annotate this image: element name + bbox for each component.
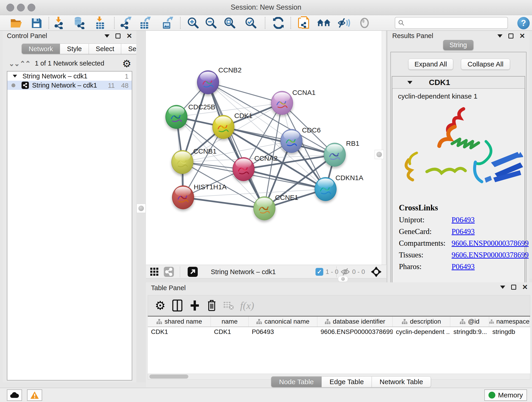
node-CDC25B[interactable] (165, 105, 187, 129)
tab-edge-table[interactable]: Edge Table (322, 376, 372, 387)
string-panel-button[interactable] (164, 267, 174, 277)
zoom-selected-button[interactable] (244, 16, 258, 30)
protein-structure-image (395, 105, 523, 201)
tab-select[interactable]: Select (89, 44, 121, 54)
float-panel-icon[interactable] (115, 33, 120, 38)
fit-content-button[interactable] (371, 267, 381, 277)
search-input[interactable] (405, 19, 503, 27)
delete-table-button[interactable] (223, 299, 234, 313)
close-panel-icon[interactable]: ✕ (127, 33, 132, 38)
search-icon (398, 19, 405, 26)
first-neighbors-button[interactable] (317, 16, 331, 30)
close-panel-icon[interactable]: ✕ (522, 285, 528, 290)
column-type-icon (156, 319, 162, 324)
edge-HIST1H1A-CCNE1[interactable] (183, 197, 264, 208)
column-header--id[interactable]: @id (450, 317, 489, 327)
network-canvas[interactable]: CCNB2CCNA1CDC25BCDK1CDC6RB1CCNB1CCNA2CDK… (146, 31, 382, 265)
gene-section-header[interactable]: CDK1 (392, 77, 525, 89)
tab-style[interactable]: Style (60, 44, 89, 54)
zoom-in-button[interactable] (186, 16, 200, 30)
export-image-button[interactable] (160, 16, 175, 30)
hide-selected-button[interactable] (337, 16, 351, 30)
save-session-button[interactable] (29, 16, 44, 30)
column-header-database-identifier[interactable]: database identifier (317, 317, 393, 327)
network-scrollbar[interactable] (382, 31, 386, 265)
help-button[interactable]: ? (517, 17, 530, 29)
export-network-button[interactable] (119, 16, 133, 30)
tab-network[interactable]: Network (22, 44, 60, 54)
tab-network-table[interactable]: Network Table (372, 376, 431, 387)
table-options-button[interactable]: ⚙ (155, 299, 166, 313)
zoom-fit-button[interactable] (223, 16, 237, 30)
scrollbar-thumb[interactable] (149, 375, 188, 379)
export-table-button[interactable] (138, 16, 152, 30)
memory-button[interactable]: Memory (484, 389, 527, 401)
clone-network-icon (298, 16, 309, 30)
column-header-name[interactable]: name (211, 317, 249, 327)
collection-expander-icon[interactable] (13, 75, 17, 77)
cloud-status-button[interactable] (7, 389, 22, 401)
zoom-out-button[interactable] (204, 16, 218, 30)
column-header-description[interactable]: description (393, 317, 450, 327)
expand-all-button[interactable]: Expand All (408, 59, 453, 70)
horizontal-splitter-handle[interactable] (338, 276, 348, 282)
panel-menu-icon[interactable] (500, 286, 505, 289)
column-header-shared-name[interactable]: shared name (148, 317, 211, 327)
table-row[interactable]: CDK1CDK1P064939606.ENSP00000378699cyclin… (148, 327, 530, 337)
network-collection-row[interactable]: String Network – cdk1 1 (7, 71, 132, 81)
right-splitter-handle[interactable] (375, 150, 384, 159)
add-column-button[interactable] (190, 299, 200, 313)
column-header-canonical-name[interactable]: canonical name (249, 317, 317, 327)
node-CDKN1A[interactable] (315, 177, 336, 201)
warnings-button[interactable] (27, 389, 42, 401)
panel-menu-icon[interactable] (497, 34, 502, 38)
node-CDK1[interactable] (212, 115, 234, 139)
node-CCNB2[interactable] (197, 70, 219, 94)
float-panel-icon[interactable] (511, 285, 516, 290)
node-RB1[interactable] (324, 143, 346, 167)
panel-menu-icon[interactable] (104, 34, 109, 38)
close-panel-icon[interactable]: ✕ (519, 33, 525, 38)
show-columns-button[interactable] (172, 299, 182, 313)
crosslink-row: GeneCard:P06493 (399, 227, 529, 236)
tab-node-table[interactable]: Node Table (271, 376, 322, 387)
import-network-file-button[interactable] (52, 16, 66, 30)
crosslink-link[interactable]: P06493 (452, 216, 475, 224)
selected-checkbox-icon[interactable]: ✓ (316, 268, 323, 276)
section-expander-icon[interactable] (407, 81, 412, 84)
node-HIST1H1A[interactable] (172, 185, 194, 209)
node-CCNE1[interactable] (253, 196, 275, 220)
node-CCNA1[interactable] (271, 91, 293, 115)
open-session-button[interactable] (9, 16, 23, 30)
open-in-browser-button[interactable] (188, 267, 198, 277)
float-panel-icon[interactable] (508, 33, 513, 38)
table-cell: CDK1 (211, 327, 249, 337)
node-CDC6[interactable] (280, 129, 302, 153)
table-header-row: shared namenamecanonical namedatabase id… (148, 317, 530, 327)
left-splitter[interactable] (136, 31, 146, 382)
crosslink-link[interactable]: 9606.ENSP00000378699 (452, 239, 529, 248)
tab-string[interactable]: String (443, 40, 473, 50)
crosslink-link[interactable]: 9606.ENSP00000378699 (452, 251, 529, 259)
search-field[interactable] (395, 17, 508, 29)
table-cell: CDK1 (148, 327, 211, 337)
clone-network-button[interactable] (297, 16, 311, 30)
network-options-gear-icon[interactable]: ⚙ (122, 58, 131, 70)
crosslink-link[interactable]: P06493 (452, 227, 475, 236)
column-header-namespace[interactable]: namespace (489, 317, 530, 327)
refresh-layout-button[interactable] (271, 16, 285, 30)
network-row-selected[interactable]: String Network – cdk1 11 48 (7, 81, 132, 90)
function-builder-button[interactable]: f(x) (240, 299, 254, 313)
toolbar-separator (49, 17, 49, 29)
import-network-database-button[interactable] (72, 16, 86, 30)
delete-column-button[interactable] (207, 299, 216, 313)
share-icon (164, 267, 174, 277)
show-all-button[interactable] (357, 16, 372, 30)
crosslink-link[interactable]: P06493 (452, 262, 475, 271)
left-splitter-handle[interactable] (137, 204, 146, 213)
node-CCNB1[interactable] (171, 150, 193, 174)
node-CCNA2[interactable] (233, 157, 254, 181)
birdseye-view-button[interactable] (150, 267, 159, 277)
import-table-button[interactable] (93, 16, 107, 30)
collapse-all-button[interactable]: Collapse All (461, 59, 510, 70)
